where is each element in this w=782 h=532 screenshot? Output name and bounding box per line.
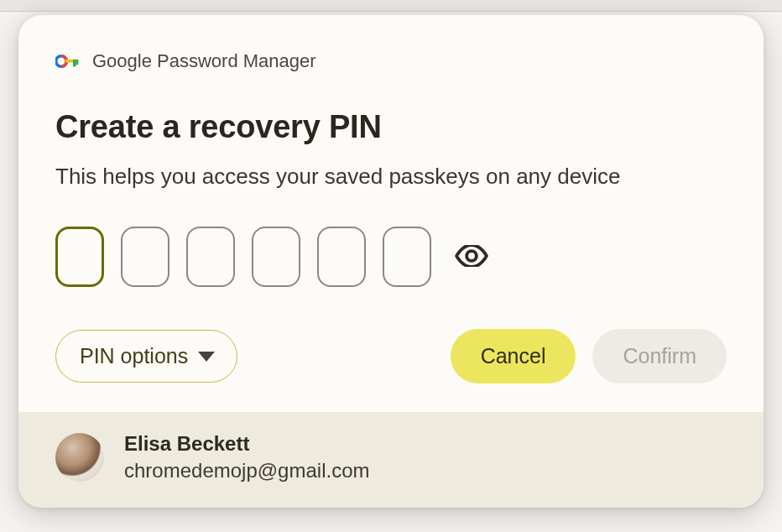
pin-options-label: PIN options bbox=[80, 344, 188, 368]
pin-digit-2[interactable] bbox=[121, 227, 169, 287]
recovery-pin-dialog: Google Password Manager Create a recover… bbox=[18, 15, 764, 508]
pin-input-row bbox=[55, 227, 727, 287]
svg-rect-3 bbox=[76, 60, 79, 65]
chevron-down-icon bbox=[198, 352, 215, 362]
svg-rect-2 bbox=[73, 60, 76, 66]
svg-point-4 bbox=[467, 251, 477, 261]
account-text: Elisa Beckett chromedemojp@gmail.com bbox=[124, 432, 369, 482]
google-password-manager-key-icon bbox=[55, 53, 79, 70]
account-email: chromedemojp@gmail.com bbox=[124, 459, 369, 482]
pin-digit-4[interactable] bbox=[252, 227, 300, 287]
dialog-title: Create a recovery PIN bbox=[55, 109, 727, 145]
pin-digit-3[interactable] bbox=[186, 227, 235, 287]
confirm-button: Confirm bbox=[592, 329, 727, 383]
pin-digit-1[interactable] bbox=[55, 227, 104, 287]
pin-digit-6[interactable] bbox=[383, 227, 431, 287]
toggle-visibility-button[interactable] bbox=[453, 238, 490, 275]
eye-icon bbox=[455, 245, 488, 269]
actions-row: PIN options Cancel Confirm bbox=[55, 329, 727, 383]
window-chrome-bar bbox=[0, 0, 782, 12]
brand-label: Google Password Manager bbox=[92, 50, 316, 72]
pin-options-dropdown[interactable]: PIN options bbox=[55, 330, 237, 383]
dialog-body: Google Password Manager Create a recover… bbox=[18, 15, 764, 412]
avatar bbox=[55, 433, 104, 482]
cancel-button[interactable]: Cancel bbox=[451, 329, 576, 383]
brand-row: Google Password Manager bbox=[55, 50, 727, 72]
right-actions: Cancel Confirm bbox=[451, 329, 727, 383]
account-name: Elisa Beckett bbox=[124, 432, 369, 456]
pin-digit-5[interactable] bbox=[317, 227, 366, 287]
account-footer: Elisa Beckett chromedemojp@gmail.com bbox=[18, 412, 764, 508]
dialog-subtitle: This helps you access your saved passkey… bbox=[55, 164, 727, 190]
